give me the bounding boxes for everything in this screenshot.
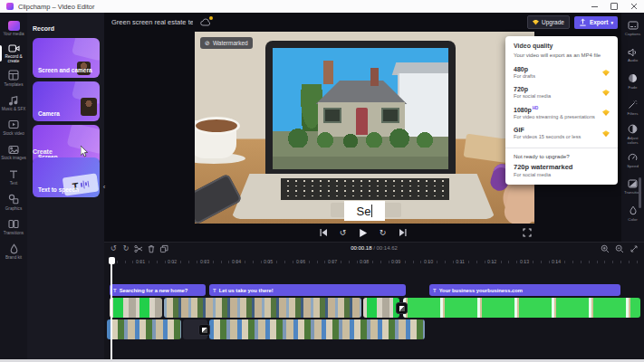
- editor-header: Green screen real estate ter Upgrade Exp…: [104, 13, 621, 32]
- record-create-panel: Record Screen and camera Camera Screen C…: [27, 13, 104, 362]
- sidebar-item-music-sfx[interactable]: Music & SFX: [0, 90, 27, 115]
- delete-button[interactable]: [145, 244, 158, 253]
- minimize-button[interactable]: [584, 0, 604, 13]
- record-screen-and-camera-card[interactable]: Screen and camera: [33, 38, 100, 78]
- record-camera-card[interactable]: Camera: [33, 81, 100, 121]
- transition-icon: [628, 179, 638, 188]
- captions-icon: [628, 21, 639, 30]
- caption-text-input[interactable]: Se: [344, 201, 385, 221]
- coffee: [195, 117, 240, 135]
- jump-back-button[interactable]: ↺: [338, 227, 349, 238]
- tool-adjust-colors[interactable]: Adjust colors: [621, 121, 644, 148]
- quality-option-gif[interactable]: GIF For videos 15 seconds or less: [505, 123, 618, 143]
- play-button[interactable]: [358, 227, 369, 238]
- text-clip[interactable]: T Let us take you there!: [209, 284, 406, 296]
- zoom-out-button[interactable]: [615, 244, 624, 253]
- playback-controls: ↺ ↻: [104, 224, 621, 242]
- upgrade-prompt: Not ready to upgrade?: [505, 153, 618, 159]
- adjust-colors-icon: [628, 124, 638, 134]
- title-bar: Clipchamp – Video Editor: [0, 0, 644, 13]
- your-media-icon: [8, 21, 20, 31]
- quality-option-1080p[interactable]: 1080pHD For video streaming & presentati…: [505, 102, 618, 123]
- playhead[interactable]: [111, 257, 112, 360]
- clipchamp-editor-window: Clipchamp – Video Editor Your media Reco…: [0, 0, 644, 362]
- undo-button[interactable]: ↺: [107, 245, 120, 252]
- transitions-icon: [8, 219, 19, 229]
- timecode-display: 00:00.18 / 00:14.62: [351, 245, 398, 251]
- timeline-ruler[interactable]: 0:01 0:02 0:03 0:04 0:05 0:06 0:07 0:08 …: [104, 257, 644, 267]
- fade-icon: [628, 73, 638, 83]
- laptop-keys: [281, 178, 449, 200]
- zoom-fit-button[interactable]: [630, 244, 639, 253]
- video-clip-house-exteriors[interactable]: [164, 298, 361, 318]
- video-clip-houses[interactable]: [209, 319, 425, 339]
- redo-button[interactable]: ↻: [120, 245, 132, 252]
- quality-option-720p-watermarked[interactable]: 720p watermarked For social media: [505, 163, 618, 177]
- stock-video-icon: [8, 119, 19, 129]
- sidebar: Your media Record & create Templates Mus…: [0, 13, 27, 362]
- video-clip-presenter-greenscreen[interactable]: [403, 298, 640, 318]
- watermark-badge: ⊘ Watermarked: [200, 37, 253, 49]
- record-header: Record: [33, 25, 54, 32]
- clipchamp-logo-icon: [6, 3, 14, 10]
- video-clip-laptop-greenscreen[interactable]: [110, 298, 162, 318]
- graphics-shapes-icon: [8, 194, 19, 205]
- menu-title: Video quality: [505, 43, 618, 49]
- speaker-icon: [628, 48, 638, 57]
- watermark-icon: ⊘: [205, 40, 210, 47]
- sidebar-item-text[interactable]: Text: [0, 165, 27, 189]
- quality-option-720p[interactable]: 720p For social media: [505, 82, 618, 102]
- tool-speed[interactable]: Speed: [621, 148, 644, 174]
- upgrade-button[interactable]: Upgrade: [527, 15, 570, 29]
- hd-badge: HD: [533, 106, 539, 110]
- menu-subtitle: Your video will export as an MP4 file: [505, 52, 618, 58]
- fullscreen-button[interactable]: [522, 227, 533, 238]
- export-button[interactable]: Export ▾: [574, 16, 618, 29]
- sidebar-item-stock-images[interactable]: Stock images: [0, 140, 27, 165]
- sidebar-item-record-create[interactable]: Record & create: [0, 41, 27, 65]
- transition-chip-icon[interactable]: [396, 302, 408, 314]
- window-title: Clipchamp – Video Editor: [18, 3, 95, 11]
- close-button[interactable]: [624, 0, 644, 13]
- sidebar-item-graphics[interactable]: Graphics: [0, 190, 27, 214]
- rail-scrollbar[interactable]: [639, 177, 641, 208]
- stock-images-icon: [8, 145, 19, 155]
- tool-audio[interactable]: Audio: [621, 42, 644, 68]
- zoom-in-button[interactable]: [601, 244, 610, 253]
- tool-fade[interactable]: Fade: [621, 68, 644, 94]
- tool-captions[interactable]: Captions: [621, 15, 644, 42]
- chevron-down-icon: ▾: [610, 20, 613, 25]
- sidebar-item-stock-video[interactable]: Stock video: [0, 116, 27, 140]
- tool-filters[interactable]: Filters: [621, 95, 644, 121]
- maximize-button[interactable]: [604, 0, 624, 13]
- quality-option-480p[interactable]: 480p For drafts: [505, 62, 618, 82]
- presenter-thumbnail: [81, 98, 97, 116]
- create-text-to-speech-card[interactable]: Text to speech: [33, 157, 100, 197]
- transition-chip-icon[interactable]: [198, 324, 210, 336]
- text-clip-icon: T: [113, 288, 117, 293]
- skip-to-start-button[interactable]: [318, 227, 329, 238]
- sidebar-item-transitions[interactable]: Transitions: [0, 214, 27, 239]
- collapse-panel-button[interactable]: ‹: [101, 179, 108, 194]
- sidebar-item-templates[interactable]: Templates: [0, 66, 27, 90]
- project-title[interactable]: Green screen real estate ter: [111, 18, 193, 26]
- music-note-icon: [8, 95, 19, 106]
- video-canvas[interactable]: ⊘ Watermarked Se: [195, 32, 534, 224]
- skip-to-end-button[interactable]: [398, 227, 409, 238]
- video-clip-houses[interactable]: [107, 319, 181, 339]
- text-clip-icon: T: [433, 288, 437, 293]
- text-clip[interactable]: T Your business yourbusiness.com: [429, 284, 620, 296]
- video-clip-laptop-greenscreen[interactable]: [363, 298, 399, 318]
- text-clip[interactable]: T Searching for a new home?: [110, 284, 206, 296]
- split-scissors-button[interactable]: [132, 244, 145, 253]
- timeline-toolbar: ↺ ↻ 00:00.18 / 00:14.62: [104, 243, 644, 255]
- templates-icon: [8, 70, 19, 81]
- color-droplet-icon: [629, 205, 638, 215]
- diamond-icon: [533, 20, 539, 25]
- filters-wand-icon: [628, 100, 638, 110]
- sidebar-item-brand-kit[interactable]: Brand kit: [0, 240, 27, 264]
- brand-kit-icon: [9, 243, 19, 254]
- sidebar-item-your-media[interactable]: Your media: [0, 16, 27, 41]
- duplicate-button[interactable]: [158, 244, 170, 253]
- jump-forward-button[interactable]: ↻: [378, 227, 389, 238]
